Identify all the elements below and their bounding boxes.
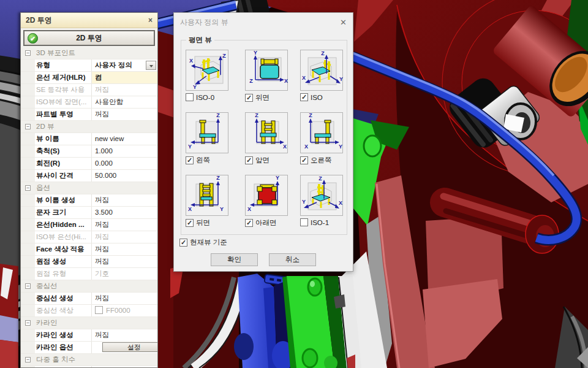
- prop-label: 카라인 생성: [35, 329, 92, 341]
- view-button-top[interactable]: Y Z X: [245, 50, 288, 91]
- dropdown-button[interactable]: [146, 61, 156, 70]
- view-button-front[interactable]: Z X: [245, 112, 288, 153]
- view-icon-iso: Z X Y: [301, 50, 344, 90]
- section-karain[interactable]: − 카라인: [21, 317, 157, 329]
- prop-row-se-iso[interactable]: SE 등각뷰 사용 꺼짐: [21, 84, 157, 96]
- prop-row-text-size[interactable]: 문자 크기 3.500: [21, 207, 157, 219]
- svg-text:Z: Z: [216, 113, 220, 118]
- prop-value[interactable]: 꺼짐: [92, 329, 157, 341]
- svg-text:Z: Z: [309, 113, 312, 118]
- prop-value[interactable]: 3.500: [92, 207, 157, 218]
- prop-row-view-name[interactable]: 뷰 이름 new view: [21, 133, 157, 145]
- section-centerline[interactable]: − 중심선: [21, 280, 157, 293]
- dialog-title: 사용자 정의 뷰: [180, 17, 340, 28]
- collapse-icon[interactable]: −: [25, 185, 31, 191]
- collapse-icon[interactable]: −: [25, 320, 31, 326]
- checkbox-bottom[interactable]: ✓: [245, 219, 253, 227]
- checkbox-back[interactable]: ✓: [186, 219, 194, 227]
- prop-row-karain-options[interactable]: 카라인 옵션 설정: [21, 342, 157, 354]
- checkbox-right[interactable]: ✓: [300, 156, 308, 164]
- checkbox-iso[interactable]: ✓: [300, 93, 308, 101]
- prop-value[interactable]: 꺼짐: [92, 293, 157, 304]
- section-2d-view[interactable]: − 2D 뷰: [21, 121, 157, 133]
- prop-row-centerline-create[interactable]: 중심선 생성 꺼짐: [21, 293, 157, 305]
- checkbox-front[interactable]: ✓: [245, 156, 253, 164]
- color-swatch[interactable]: [95, 306, 103, 314]
- checkbox-iso1[interactable]: [300, 218, 308, 226]
- prop-row-origin-create[interactable]: 원점 생성 꺼짐: [21, 256, 157, 268]
- svg-text:X: X: [302, 75, 306, 81]
- prop-value[interactable]: 꺼짐: [92, 256, 157, 267]
- panel-titlebar[interactable]: 2D 투영 ×: [21, 13, 157, 28]
- view-button-back[interactable]: Z X Y: [186, 175, 228, 216]
- prop-row-hidden-line[interactable]: 은선(Hidden ... 꺼짐: [21, 219, 157, 231]
- svg-text:Y: Y: [188, 144, 192, 150]
- prop-value[interactable]: 꺼짐: [92, 231, 157, 243]
- view-button-right[interactable]: Z X Y: [300, 112, 343, 153]
- prop-label: 회전(R): [35, 158, 92, 169]
- prop-value[interactable]: 꺼짐: [92, 84, 157, 96]
- prop-value[interactable]: 켬: [92, 72, 157, 83]
- prop-value[interactable]: 기호: [92, 268, 157, 280]
- checkbox-left[interactable]: ✓: [186, 156, 194, 164]
- prop-value[interactable]: 사용안함: [92, 96, 157, 108]
- prop-row-per-part[interactable]: 파트별 투영 꺼짐: [21, 109, 157, 121]
- prop-value[interactable]: new view: [92, 133, 157, 145]
- chevron-down-icon: [149, 65, 153, 67]
- prop-value[interactable]: 0.000: [92, 158, 157, 169]
- cancel-button[interactable]: 취소: [269, 253, 316, 266]
- prop-value[interactable]: 꺼짐: [92, 109, 157, 120]
- prop-row-hlr[interactable]: 은선 제거(HLR) 켬: [21, 72, 157, 84]
- hub-and-bracket-area[interactable]: [170, 265, 361, 368]
- svg-text:X: X: [247, 206, 251, 212]
- view-button-bottom[interactable]: Y X: [245, 175, 288, 216]
- section-options[interactable]: − 옵션: [21, 182, 157, 194]
- view-button-left[interactable]: Z Y: [186, 112, 228, 153]
- dialog-close-icon[interactable]: ✕: [340, 18, 347, 27]
- collapse-icon[interactable]: −: [25, 357, 31, 362]
- prop-row-view-gap[interactable]: 뷰사이 간격 50.000: [21, 170, 157, 182]
- settings-button[interactable]: 설정: [102, 342, 157, 352]
- panel-header-button[interactable]: ✔ 2D 투영: [23, 30, 155, 46]
- prop-value[interactable]: 꺼짐: [92, 243, 157, 255]
- view-button-iso1[interactable]: Z Y X: [300, 175, 343, 216]
- prop-row-face-color[interactable]: Face 색상 적용 꺼짐: [21, 243, 157, 256]
- plane-view-group: 평면 뷰: [181, 40, 347, 235]
- prop-value[interactable]: 꺼짐: [92, 194, 157, 206]
- prop-row-centerline-color[interactable]: 중심선 색상 FF0000: [21, 305, 157, 317]
- collapse-icon[interactable]: −: [25, 50, 31, 56]
- svg-text:Z: Z: [249, 78, 253, 84]
- caliper-left-edge[interactable]: [157, 31, 175, 368]
- section-multi-hole[interactable]: − 다중 홀 치수: [21, 354, 157, 366]
- panel-close-icon[interactable]: ×: [148, 16, 153, 25]
- svg-text:X: X: [304, 144, 308, 150]
- prop-value[interactable]: 1.000: [92, 145, 157, 157]
- prop-value[interactable]: 사용자 정의: [92, 59, 157, 71]
- prop-row-iso-scene[interactable]: ISO뷰에 장면(... 사용안함: [21, 96, 157, 109]
- prop-row-type[interactable]: 유형 사용자 정의: [21, 59, 157, 72]
- ok-button[interactable]: 확인: [211, 253, 258, 266]
- prop-value[interactable]: 꺼짐: [92, 219, 157, 231]
- view-button-iso0[interactable]: X Z Y: [186, 50, 228, 91]
- checkbox-current-view[interactable]: ✓: [179, 239, 187, 247]
- prop-row-scale[interactable]: 축척(S) 1.000: [21, 145, 157, 158]
- checkbox-top[interactable]: ✓: [245, 94, 253, 102]
- panel-2d-projection: 2D 투영 × ✔ 2D 투영 − 3D 뷰포인트 유형 사용자 정의 은선 제…: [20, 12, 158, 368]
- prop-value[interactable]: 50.000: [92, 170, 157, 182]
- prop-row-karain-create[interactable]: 카라인 생성 꺼짐: [21, 329, 157, 342]
- checkbox-iso0[interactable]: [186, 93, 194, 101]
- dialog-titlebar[interactable]: 사용자 정의 뷰 ✕: [174, 13, 353, 31]
- collapse-icon[interactable]: −: [25, 283, 31, 289]
- app-window: { "panel": { "title": "2D 투영", "close_gl…: [0, 0, 588, 368]
- section-3d-viewpoint[interactable]: − 3D 뷰포인트: [21, 47, 157, 59]
- section-label: 2D 뷰: [35, 121, 54, 132]
- svg-text:X: X: [188, 206, 192, 212]
- view-button-iso[interactable]: Z X Y: [300, 50, 343, 91]
- prop-row-rotation[interactable]: 회전(R) 0.000: [21, 158, 157, 170]
- collapse-icon[interactable]: −: [25, 124, 31, 129]
- svg-text:Z: Z: [318, 175, 322, 182]
- prop-value[interactable]: FF0000: [92, 305, 157, 316]
- prop-row-iso-hidden[interactable]: ISO뷰 은선(Hi... 꺼짐: [21, 231, 157, 243]
- prop-row-create-name[interactable]: 뷰 이름 생성 꺼짐: [21, 194, 157, 207]
- prop-row-origin-type[interactable]: 원점 유형 기호: [21, 268, 157, 280]
